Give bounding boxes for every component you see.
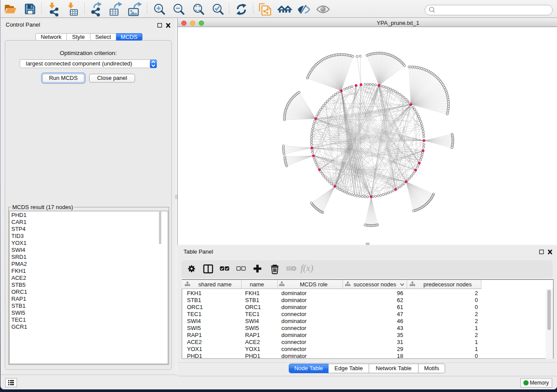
svg-text:f(x): f(x) [301, 263, 313, 273]
